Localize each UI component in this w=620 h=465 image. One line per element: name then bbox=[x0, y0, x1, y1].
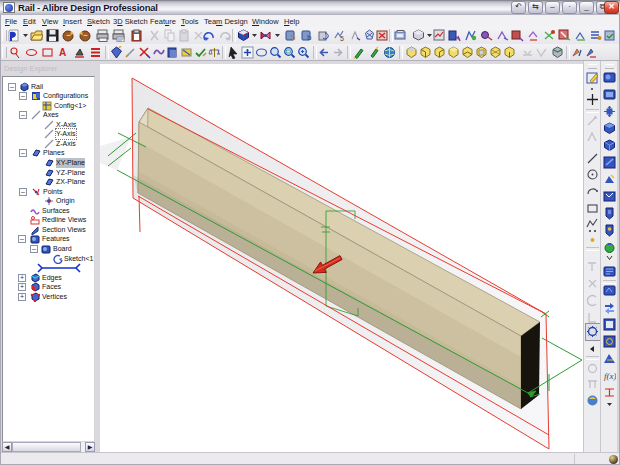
svg-text:5: 5 bbox=[291, 33, 296, 42]
svg-text:5: 5 bbox=[340, 35, 344, 42]
svg-text:f(x): f(x) bbox=[604, 371, 616, 381]
svg-text:A: A bbox=[59, 47, 66, 58]
svg-text:b: b bbox=[307, 33, 312, 42]
